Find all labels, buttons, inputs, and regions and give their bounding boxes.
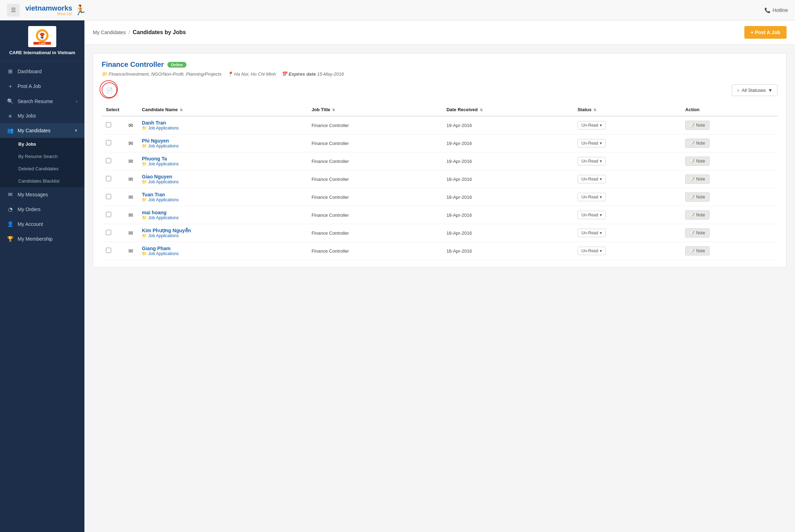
sort-icon[interactable]: ⇅	[180, 108, 183, 112]
candidate-name-link[interactable]: Danh Tran	[142, 120, 303, 126]
note-button-4[interactable]: 📝 Note	[685, 175, 710, 184]
job-application-link[interactable]: 📁 Job Applications	[142, 215, 303, 220]
status-dropdown-8[interactable]: Un-Read ▾	[578, 247, 606, 255]
candidate-name-link[interactable]: Phuong Ta	[142, 156, 303, 162]
sidebar-sub-item-deleted-candidates[interactable]: Deleted Candidates	[0, 163, 84, 175]
candidate-name-link[interactable]: Tuan Tran	[142, 192, 303, 197]
sidebar-sub-label: Candidates Blacklist	[18, 178, 59, 184]
sidebar-item-post-job[interactable]: ＋ Post A Job	[0, 79, 84, 94]
row-checkbox-6[interactable]	[106, 212, 111, 217]
row-candidate-name-cell: Tuan Tran 📁 Job Applications	[138, 188, 307, 206]
email-icon[interactable]: ✉	[128, 176, 133, 182]
row-checkbox-8[interactable]	[106, 248, 111, 253]
email-icon[interactable]: ✉	[128, 212, 133, 218]
sidebar-item-my-account[interactable]: 👤 My Account	[0, 217, 84, 232]
note-button-2[interactable]: 📝 Note	[685, 139, 710, 148]
logo-tagline: Move Up!	[57, 12, 72, 16]
folder-icon: 📁	[142, 197, 147, 202]
note-button-8[interactable]: 📝 Note	[685, 246, 710, 255]
hamburger-button[interactable]: ☰	[7, 4, 20, 17]
note-icon: 📝	[690, 123, 695, 128]
row-checkbox-4[interactable]	[106, 176, 111, 181]
row-checkbox-7[interactable]	[106, 230, 111, 235]
email-icon[interactable]: ✉	[128, 140, 133, 146]
post-job-header-button[interactable]: + Post A Job	[744, 26, 787, 39]
job-application-link[interactable]: 📁 Job Applications	[142, 144, 303, 148]
job-application-link[interactable]: 📁 Job Applications	[142, 197, 303, 202]
row-action-cell: 📝 Note	[681, 242, 778, 260]
job-application-link[interactable]: 📁 Job Applications	[142, 179, 303, 184]
status-dropdown-1[interactable]: Un-Read ▾	[578, 121, 606, 129]
sidebar-item-my-messages[interactable]: ✉ My Messages	[0, 187, 84, 202]
export-button[interactable]: 📄	[102, 82, 117, 98]
email-icon[interactable]: ✉	[128, 194, 133, 200]
sort-icon[interactable]: ⇅	[480, 108, 483, 112]
row-action-cell: 📝 Note	[681, 206, 778, 224]
folder-icon: 📁	[142, 233, 147, 238]
note-button-7[interactable]: 📝 Note	[685, 228, 710, 238]
note-button-1[interactable]: 📝 Note	[685, 121, 710, 130]
note-button-5[interactable]: 📝 Note	[685, 192, 710, 202]
sort-icon[interactable]: ⇅	[332, 108, 335, 112]
email-icon[interactable]: ✉	[128, 158, 133, 164]
sidebar-item-search-resume[interactable]: 🔍 Search Resume ›	[0, 94, 84, 109]
status-dropdown-4[interactable]: Un-Read ▾	[578, 175, 606, 183]
table-row: ✉ Tuan Tran 📁 Job Applications Finance C…	[102, 188, 778, 206]
table-row: ✉ Giang Pham 📁 Job Applications Finance …	[102, 242, 778, 260]
note-button-3[interactable]: 📝 Note	[685, 157, 710, 166]
job-application-link[interactable]: 📁 Job Applications	[142, 162, 303, 166]
row-checkbox-cell	[102, 242, 123, 260]
sidebar-sub-label: Deleted Candidates	[18, 166, 58, 171]
table-row: ✉ Danh Tran 📁 Job Applications Finance C…	[102, 116, 778, 134]
job-application-link[interactable]: 📁 Job Applications	[142, 233, 303, 238]
sidebar-item-my-jobs[interactable]: ≡ My Jobs	[0, 109, 84, 123]
status-dropdown-7[interactable]: Un-Read ▾	[578, 229, 606, 237]
sidebar-item-my-candidates[interactable]: 👥 My Candidates ∨	[0, 123, 84, 138]
candidates-icon: 👥	[7, 127, 13, 134]
job-categories-text: Finance/Investment, NGO/Non-Profit, Plan…	[109, 71, 222, 77]
breadcrumb-parent-link[interactable]: My Candidates	[93, 30, 126, 35]
email-icon[interactable]: ✉	[128, 230, 133, 236]
sidebar-item-my-orders[interactable]: ◔ My Orders	[0, 202, 84, 217]
email-icon[interactable]: ✉	[128, 122, 133, 128]
candidate-name-link[interactable]: Giang Pham	[142, 246, 303, 251]
sidebar-sub-label: By Resume Search	[18, 154, 58, 159]
row-job-title: Finance Controller	[307, 116, 442, 134]
candidates-card: Finance Controller Online 📁 Finance/Inve…	[93, 53, 787, 267]
all-statuses-filter[interactable]: ○ All Statuses ▼	[732, 84, 778, 96]
breadcrumb-current: Candidates by Jobs	[133, 29, 186, 36]
sidebar-sub-item-by-resume-search[interactable]: By Resume Search	[0, 150, 84, 163]
row-checkbox-1[interactable]	[106, 122, 111, 127]
sidebar-sub-item-by-jobs[interactable]: By Jobs	[0, 138, 84, 150]
plus-icon: ＋	[7, 83, 13, 90]
candidate-name-link[interactable]: Phi Nguyen	[142, 138, 303, 144]
sidebar-item-dashboard[interactable]: ⊞ Dashboard	[0, 64, 84, 79]
toolbar-row: 📄 ○ All Statuses ▼	[102, 82, 778, 98]
dropdown-arrow-icon: ▾	[600, 141, 602, 146]
top-nav-hotline: 📞 Hotline	[764, 7, 788, 13]
sidebar-item-my-membership[interactable]: 🏆 My Membership	[0, 232, 84, 246]
table-header-row: Select Candidate Name ⇅ Job Title ⇅ Date…	[102, 103, 778, 116]
sort-icon[interactable]: ⇅	[593, 108, 596, 112]
sidebar-sub-item-candidates-blacklist[interactable]: Candidates Blacklist	[0, 175, 84, 187]
status-dropdown-2[interactable]: Un-Read ▾	[578, 139, 606, 147]
row-checkbox-cell	[102, 134, 123, 152]
sidebar-item-label: My Candidates	[18, 128, 50, 133]
status-dropdown-5[interactable]: Un-Read ▾	[578, 193, 606, 201]
folder-icon: 📁	[142, 144, 147, 148]
candidate-name-link[interactable]: mai hoang	[142, 210, 303, 215]
status-dropdown-3[interactable]: Un-Read ▾	[578, 157, 606, 165]
row-checkbox-5[interactable]	[106, 194, 111, 199]
row-checkbox-2[interactable]	[106, 140, 111, 145]
dropdown-arrow-icon: ▾	[600, 248, 602, 253]
job-application-link[interactable]: 📁 Job Applications	[142, 251, 303, 256]
job-application-link[interactable]: 📁 Job Applications	[142, 126, 303, 131]
status-dropdown-6[interactable]: Un-Read ▾	[578, 211, 606, 219]
company-logo: CARE	[28, 26, 56, 47]
row-checkbox-3[interactable]	[106, 158, 111, 163]
note-button-6[interactable]: 📝 Note	[685, 210, 710, 220]
email-icon[interactable]: ✉	[128, 248, 133, 254]
candidate-name-link[interactable]: Giao Nguyen	[142, 174, 303, 179]
col-email	[123, 103, 138, 116]
candidate-name-link[interactable]: Kim Phượng Nguyễn	[142, 228, 303, 233]
